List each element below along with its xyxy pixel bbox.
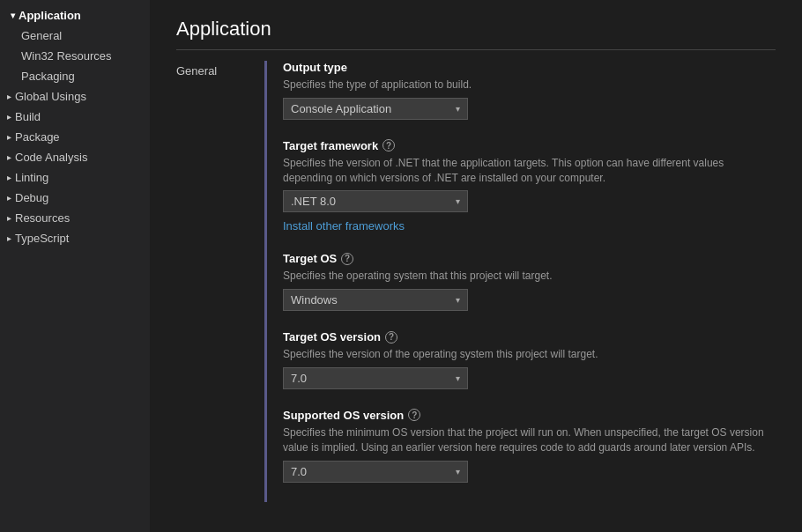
chevron-right-icon: ▸ [7,233,11,243]
sidebar-item-label: Build [15,110,41,123]
output-type-value: Console Application [291,102,391,115]
target-os-group: Target OS ? Specifies the operating syst… [283,252,776,311]
chevron-right-icon: ▸ [7,213,11,223]
target-os-version-dropdown[interactable]: 7.0 ▾ [283,367,468,389]
dropdown-arrow-icon: ▾ [456,373,460,383]
sidebar-item-linting[interactable]: ▸ Linting [0,167,150,188]
sidebar-item-application[interactable]: ▾ Application [0,5,150,26]
target-framework-value: .NET 8.0 [291,195,336,208]
target-framework-label: Target framework ? [283,139,776,152]
main-content: Application General Output type Specifie… [150,0,802,532]
dropdown-arrow-icon: ▾ [456,467,460,477]
supported-os-version-value: 7.0 [291,465,307,478]
target-os-label: Target OS ? [283,252,776,265]
page-title: Application [176,18,776,50]
sidebar-item-package[interactable]: ▸ Package [0,127,150,147]
sidebar-item-label: Application [19,9,81,22]
sidebar-item-build[interactable]: ▸ Build [0,107,150,127]
sidebar-item-win32resources[interactable]: Win32 Resources [0,46,150,66]
target-os-description: Specifies the operating system that this… [283,269,776,284]
target-os-version-value: 7.0 [291,372,307,385]
sidebar-item-label: Resources [15,211,70,225]
dropdown-arrow-icon: ▾ [456,295,460,305]
sidebar-item-typescript[interactable]: ▸ TypeScript [0,228,150,248]
supported-os-version-description: Specifies the minimum OS version that th… [283,425,776,455]
sidebar-item-resources[interactable]: ▸ Resources [0,208,150,228]
sidebar-item-debug[interactable]: ▸ Debug [0,188,150,208]
sidebar: ▾ Application General Win32 Resources Pa… [0,0,150,532]
target-framework-group: Target framework ? Specifies the version… [283,139,776,233]
sidebar-item-packaging[interactable]: Packaging [0,66,150,86]
supported-os-version-help-icon[interactable]: ? [408,409,420,421]
supported-os-version-dropdown[interactable]: 7.0 ▾ [283,461,468,483]
target-os-dropdown[interactable]: Windows ▾ [283,289,468,311]
sidebar-item-codeanalysis[interactable]: ▸ Code Analysis [0,147,150,167]
supported-os-version-label: Supported OS version ? [283,409,776,422]
target-framework-dropdown[interactable]: .NET 8.0 ▾ [283,190,468,212]
chevron-right-icon: ▸ [7,152,11,162]
target-os-value: Windows [291,293,338,307]
target-os-version-description: Specifies the version of the operating s… [283,347,776,362]
target-os-version-group: Target OS version ? Specifies the versio… [283,330,776,389]
section-label: General [176,61,247,502]
sidebar-item-label: Package [15,130,60,144]
target-os-version-help-icon[interactable]: ? [385,331,397,344]
chevron-right-icon: ▸ [7,112,11,122]
chevron-right-icon: ▸ [7,132,11,142]
chevron-down-icon: ▾ [11,11,15,20]
chevron-right-icon: ▸ [7,193,11,203]
chevron-right-icon: ▸ [7,92,11,101]
install-frameworks-link[interactable]: Install other frameworks [283,219,405,233]
target-framework-help-icon[interactable]: ? [382,139,395,151]
output-type-description: Specifies the type of application to bui… [283,78,776,92]
target-os-version-label: Target OS version ? [283,330,776,344]
output-type-label: Output type [283,61,776,74]
dropdown-arrow-icon: ▾ [456,104,460,114]
sidebar-item-label: TypeScript [15,232,69,245]
target-os-help-icon[interactable]: ? [341,253,353,265]
sidebar-item-label: Global Usings [15,90,86,103]
sidebar-item-label: Linting [15,171,48,184]
target-framework-description: Specifies the version of .NET that the a… [283,156,776,186]
sidebar-item-label: Packaging [21,70,75,83]
fields-column: Output type Specifies the type of applic… [264,61,776,502]
sidebar-item-general[interactable]: General [0,26,150,46]
content-area: General Output type Specifies the type o… [176,61,776,502]
output-type-group: Output type Specifies the type of applic… [283,61,776,120]
supported-os-version-group: Supported OS version ? Specifies the min… [283,409,776,483]
sidebar-item-label: Win32 Resources [21,49,112,63]
sidebar-item-label: Debug [15,191,48,204]
sidebar-item-label: General [21,29,62,42]
dropdown-arrow-icon: ▾ [456,196,460,206]
output-type-dropdown[interactable]: Console Application ▾ [283,98,468,120]
sidebar-item-globalusings[interactable]: ▸ Global Usings [0,86,150,107]
sidebar-item-label: Code Analysis [15,151,87,164]
chevron-right-icon: ▸ [7,173,11,182]
